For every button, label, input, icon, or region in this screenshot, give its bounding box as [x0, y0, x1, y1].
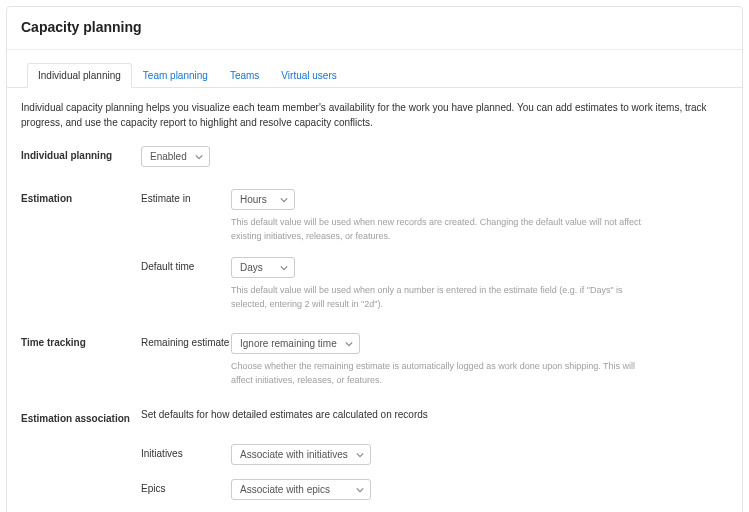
row-individual-planning: Individual planning Enabled — [21, 146, 728, 167]
initiatives-select[interactable]: Associate with initiatives — [231, 444, 371, 465]
row-remaining-estimate: Time tracking Remaining estimate Ignore … — [21, 333, 728, 387]
chevron-down-icon — [280, 264, 288, 272]
estimate-in-select[interactable]: Hours — [231, 189, 295, 210]
tabs: Individual planning Team planning Teams … — [7, 62, 742, 88]
individual-planning-control: Enabled — [141, 146, 728, 167]
intro-text: Individual capacity planning helps you v… — [21, 100, 728, 130]
chevron-down-icon — [280, 196, 288, 204]
chevron-down-icon — [345, 340, 353, 348]
estimation-association-subhead: Set defaults for how detailed estimates … — [141, 409, 428, 420]
row-estimation-association-header: Estimation association Set defaults for … — [21, 409, 728, 430]
default-time-help: This default value will be used when onl… — [231, 284, 651, 311]
tab-content: Individual capacity planning helps you v… — [7, 88, 742, 512]
default-time-value: Days — [240, 262, 263, 273]
settings-panel: Capacity planning Individual planning Te… — [6, 6, 743, 512]
epics-label: Epics — [141, 479, 231, 494]
default-time-select[interactable]: Days — [231, 257, 295, 278]
tab-virtual-users[interactable]: Virtual users — [270, 63, 347, 88]
remaining-estimate-help: Choose whether the remaining estimate is… — [231, 360, 651, 387]
time-tracking-section-label: Time tracking — [21, 333, 141, 348]
estimate-in-help: This default value will be used when new… — [231, 216, 651, 243]
tab-individual-planning[interactable]: Individual planning — [27, 63, 132, 88]
row-initiatives: Initiatives Associate with initiatives — [21, 444, 728, 465]
initiatives-value: Associate with initiatives — [240, 449, 348, 460]
estimation-section-label: Estimation — [21, 189, 141, 204]
individual-planning-value: Enabled — [150, 151, 187, 162]
estimate-in-label: Estimate in — [141, 189, 231, 204]
estimate-in-control: Hours This default value will be used wh… — [231, 189, 728, 243]
default-time-control: Days This default value will be used whe… — [231, 257, 728, 311]
tab-team-planning[interactable]: Team planning — [132, 63, 219, 88]
row-epics: Epics Associate with epics — [21, 479, 728, 500]
estimate-in-value: Hours — [240, 194, 267, 205]
remaining-estimate-control: Ignore remaining time Choose whether the… — [231, 333, 728, 387]
individual-planning-label: Individual planning — [21, 146, 141, 161]
estimation-association-section-label: Estimation association — [21, 409, 141, 424]
individual-planning-select[interactable]: Enabled — [141, 146, 210, 167]
row-estimate-in: Estimation Estimate in Hours This defaul… — [21, 189, 728, 243]
default-time-label: Default time — [141, 257, 231, 272]
remaining-estimate-select[interactable]: Ignore remaining time — [231, 333, 360, 354]
row-default-time: Default time Days This default value wil… — [21, 257, 728, 311]
chevron-down-icon — [356, 451, 364, 459]
chevron-down-icon — [195, 153, 203, 161]
page-title: Capacity planning — [7, 7, 742, 50]
chevron-down-icon — [356, 486, 364, 494]
remaining-estimate-value: Ignore remaining time — [240, 338, 337, 349]
initiatives-label: Initiatives — [141, 444, 231, 459]
blank-section — [21, 257, 141, 261]
remaining-estimate-label: Remaining estimate — [141, 333, 231, 348]
epics-value: Associate with epics — [240, 484, 330, 495]
tab-teams[interactable]: Teams — [219, 63, 270, 88]
epics-select[interactable]: Associate with epics — [231, 479, 371, 500]
